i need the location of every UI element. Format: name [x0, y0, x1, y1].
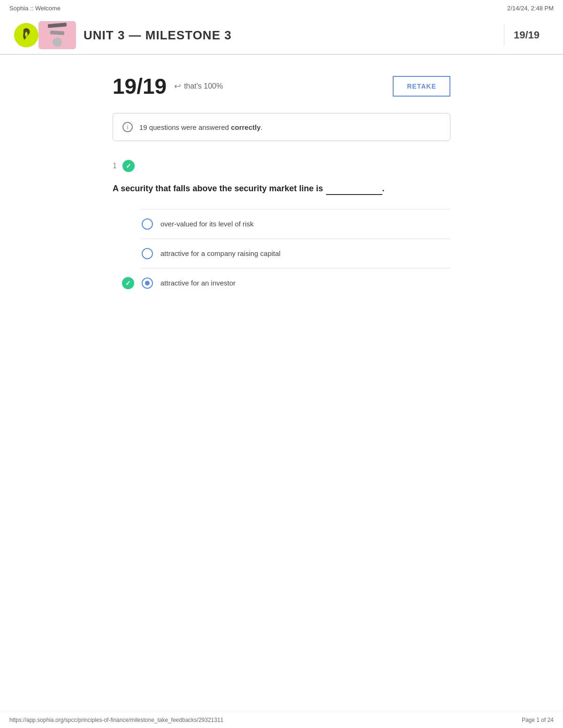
top-bar-title: Sophia :: Welcome: [9, 5, 61, 12]
info-text: 19 questions were answered correctly.: [139, 123, 263, 131]
question-text: A security that falls above the security…: [113, 181, 450, 195]
retake-button[interactable]: RETAKE: [393, 76, 450, 97]
question-header: 1 ✓: [113, 160, 450, 172]
answer-text-2: attractive for a company raising capital: [160, 248, 281, 259]
top-bar: Sophia :: Welcome 2/14/24, 2:48 PM: [0, 0, 563, 16]
sophia-logo: [14, 23, 38, 47]
question-blank: [326, 181, 382, 195]
question-text-after: .: [382, 184, 385, 193]
answer-text-1: over-valued for its level of risk: [160, 219, 253, 230]
answer-text-3: attractive for an investor: [160, 278, 236, 289]
header-score: 19/19: [514, 29, 540, 41]
radio-3[interactable]: [142, 278, 153, 289]
header-thumbnail: [38, 21, 76, 49]
main-content: 19/19 ↩ that's 100% RETAKE i 19 question…: [103, 55, 460, 330]
question-section: 1 ✓ A security that falls above the secu…: [113, 160, 450, 298]
footer-url: https://app.sophia.org/spcc/principles-o…: [9, 717, 223, 723]
answer-option-2[interactable]: ✓ attractive for a company raising capit…: [113, 239, 450, 268]
question-number: 1: [113, 162, 117, 170]
info-box: i 19 questions were answered correctly.: [113, 113, 450, 141]
check-icon: ✓: [126, 162, 131, 170]
question-text-before: A security that falls above the security…: [113, 184, 323, 193]
footer-page: Page 1 of 24: [522, 717, 554, 723]
radio-1[interactable]: [142, 218, 153, 230]
answer-option-1[interactable]: ✓ over-valued for its level of risk: [113, 210, 450, 239]
score-section: 19/19 ↩ that's 100% RETAKE: [113, 74, 450, 99]
info-text-after: .: [261, 123, 263, 131]
radio-2[interactable]: [142, 248, 153, 259]
footer: https://app.sophia.org/spcc/principles-o…: [0, 712, 563, 728]
info-text-before: questions were answered: [147, 123, 231, 131]
header: UNIT 3 — MILESTONE 3 19/19: [0, 16, 563, 54]
info-icon: i: [122, 122, 133, 132]
answer-option-3[interactable]: ✓ attractive for an investor: [113, 269, 450, 298]
info-text-bold: correctly: [231, 123, 260, 131]
arrow-icon: ↩: [174, 81, 181, 91]
info-count: 19: [139, 123, 147, 131]
check-icon-3: ✓: [125, 279, 131, 287]
score-display: 19/19: [113, 74, 167, 99]
percent-label: that's 100%: [184, 82, 223, 90]
answer-options: ✓ over-valued for its level of risk ✓ at…: [113, 209, 450, 298]
unit-title: UNIT 3 — MILESTONE 3: [84, 28, 232, 43]
score-label: ↩ that's 100%: [174, 81, 223, 91]
top-bar-datetime: 2/14/24, 2:48 PM: [507, 5, 554, 12]
question-correct-badge: ✓: [122, 160, 135, 172]
correct-marker-3: ✓: [122, 277, 134, 289]
